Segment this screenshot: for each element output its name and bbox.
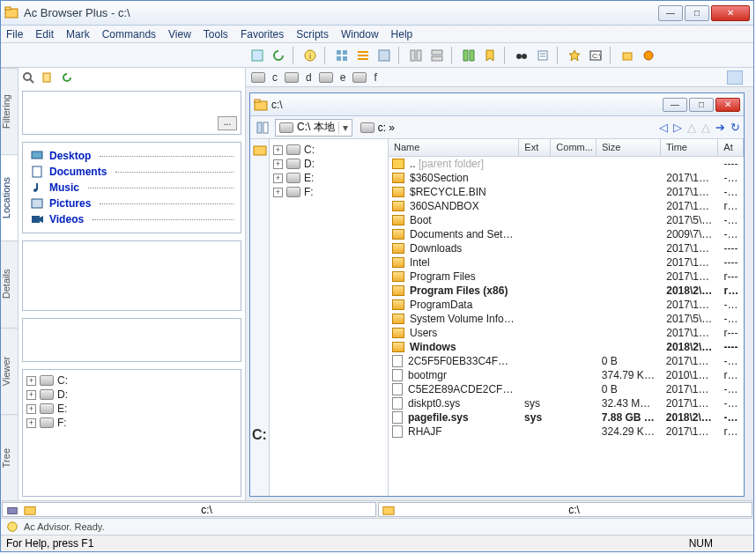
- menu-window[interactable]: Window: [341, 28, 379, 41]
- copy-icon[interactable]: [40, 70, 56, 85]
- drive-f[interactable]: f: [374, 71, 376, 84]
- column-header[interactable]: Size: [597, 139, 661, 156]
- tab-stub[interactable]: [727, 70, 743, 85]
- mdi-tree-e[interactable]: +E:: [273, 171, 384, 185]
- column-header[interactable]: Name: [389, 139, 519, 156]
- console-icon[interactable]: C:\: [587, 47, 604, 64]
- menu-scripts[interactable]: Scripts: [296, 28, 329, 41]
- view5-icon[interactable]: [428, 47, 446, 64]
- loc-pictures[interactable]: Pictures: [26, 196, 237, 211]
- menu-view[interactable]: View: [168, 28, 191, 41]
- drive-icon[interactable]: [251, 72, 265, 83]
- file-row[interactable]: pagefile.syssys7.88 GB (8 4...2018\2\25 …: [389, 410, 744, 425]
- drive-icon[interactable]: [352, 72, 367, 83]
- nav-refresh[interactable]: ↻: [730, 121, 740, 134]
- loc-documents[interactable]: Documents: [26, 164, 237, 180]
- path-combo[interactable]: C:\ 本地 ▾: [275, 119, 352, 137]
- mdi-close-button[interactable]: ✕: [715, 98, 740, 112]
- file-row[interactable]: Documents and Settings2009\7\14 ...--hs: [389, 227, 744, 241]
- nav-fwd[interactable]: ▷: [673, 121, 682, 134]
- maximize-button[interactable]: □: [685, 5, 709, 21]
- list-icon[interactable]: [534, 47, 552, 64]
- mdi-tree-f[interactable]: +F:: [273, 185, 384, 199]
- filter-more-button[interactable]: ...: [218, 116, 237, 130]
- menu-commands[interactable]: Commands: [102, 28, 156, 41]
- file-row[interactable]: Windows2018\2\25 ...----: [389, 340, 744, 354]
- nav-back[interactable]: ◁: [659, 121, 668, 134]
- tool1-icon[interactable]: [619, 47, 636, 64]
- file-row[interactable]: .. [parent folder]----: [389, 157, 744, 171]
- mdi-minimize-button[interactable]: —: [663, 98, 687, 112]
- side-tab-locations[interactable]: Locations: [1, 154, 18, 240]
- tool2-icon[interactable]: [640, 47, 657, 64]
- mdi-maximize-button[interactable]: □: [689, 98, 714, 112]
- file-row[interactable]: 360SANDBOX2017\12\15 ...r-hs: [389, 199, 744, 213]
- file-row[interactable]: Users2017\12\15 ...r---: [389, 326, 744, 340]
- column-header[interactable]: Time: [661, 139, 718, 156]
- menu-edit[interactable]: Edit: [35, 28, 54, 41]
- column-header[interactable]: Comm...: [551, 139, 597, 156]
- file-row[interactable]: Boot2017\5\19 ...--hs: [389, 213, 744, 227]
- tree-drive-d[interactable]: +D:: [26, 388, 237, 402]
- nav-top[interactable]: △: [701, 121, 710, 134]
- bookmark-icon[interactable]: [481, 47, 499, 64]
- info-icon[interactable]: i: [301, 47, 319, 64]
- menu-help[interactable]: Help: [391, 28, 413, 41]
- chevron-down-icon[interactable]: ▾: [338, 122, 348, 134]
- file-row[interactable]: bootmgr374.79 KB (...2010\11\21 ...rahs: [389, 368, 744, 382]
- file-row[interactable]: $RECYCLE.BIN2017\12\15 ...--hs: [389, 185, 744, 199]
- close-button[interactable]: ✕: [711, 5, 750, 21]
- file-row[interactable]: ProgramData2017\12\19 ...--h-: [389, 298, 744, 312]
- mdi-tree-d[interactable]: +D:: [273, 157, 384, 171]
- file-row[interactable]: Program Files (x86)2018\2\25 ...r---: [389, 284, 744, 298]
- toolbar-icon[interactable]: [248, 47, 266, 64]
- file-row[interactable]: System Volume Informa...2017\5\19 ...--h…: [389, 312, 744, 326]
- file-row[interactable]: diskpt0.syssys32.43 MB (3...2017\12\20 .…: [389, 396, 744, 410]
- mdi-tree-c[interactable]: +C:: [273, 143, 384, 157]
- drive-e[interactable]: e: [340, 71, 346, 84]
- file-row[interactable]: C5E2E89ACDE2CFBDC...0 B2017\12\15 ...-a-…: [389, 382, 744, 396]
- view4-icon[interactable]: [407, 47, 425, 64]
- path-right[interactable]: c:\: [378, 502, 752, 517]
- file-row[interactable]: $360Section2017\12\19 ...--hs: [389, 171, 744, 185]
- file-row[interactable]: Downloads2017\12\15 ...----: [389, 241, 744, 255]
- tree-drive-f[interactable]: +F:: [26, 416, 237, 430]
- breadcrumb[interactable]: c: »: [356, 119, 399, 137]
- column-header[interactable]: Ext: [519, 139, 551, 156]
- drive-icon[interactable]: [319, 72, 333, 83]
- side-tab-details[interactable]: Details: [1, 240, 18, 327]
- drive-icon[interactable]: [285, 72, 299, 83]
- menu-favorites[interactable]: Favorites: [241, 28, 284, 41]
- menu-mark[interactable]: Mark: [66, 28, 90, 41]
- reload-icon[interactable]: [59, 70, 75, 85]
- binoculars-icon[interactable]: [513, 47, 530, 64]
- nav-up[interactable]: △: [687, 121, 696, 134]
- view3-icon[interactable]: [375, 47, 393, 64]
- refresh-icon[interactable]: [270, 47, 287, 64]
- loc-desktop[interactable]: Desktop: [26, 148, 237, 164]
- tree-drive-e[interactable]: +E:: [26, 402, 237, 416]
- path-left[interactable]: c:\: [2, 502, 376, 517]
- side-tab-filtering[interactable]: Filtering: [1, 68, 18, 154]
- side-tab-tree[interactable]: Tree: [1, 414, 18, 500]
- file-row[interactable]: Intel2017\12\16 ...----: [389, 255, 744, 270]
- file-row[interactable]: 2C5F5F0EB33C4F75B4...0 B2017\12\15 ...-a…: [389, 354, 744, 368]
- view-icon[interactable]: [333, 47, 351, 64]
- menu-tools[interactable]: Tools: [204, 28, 228, 41]
- loc-videos[interactable]: Videos: [26, 211, 237, 227]
- column-header[interactable]: At: [718, 139, 744, 156]
- file-row[interactable]: Program Files2017\12\20 ...r---: [389, 270, 744, 284]
- view2-icon[interactable]: [354, 47, 372, 64]
- folder-icon[interactable]: [253, 143, 267, 157]
- fav-icon[interactable]: [566, 47, 583, 64]
- book-icon[interactable]: [460, 47, 478, 64]
- loc-music[interactable]: Music: [26, 180, 237, 196]
- minimize-button[interactable]: —: [658, 5, 683, 21]
- nav-go[interactable]: ➔: [715, 121, 725, 134]
- drive-d[interactable]: d: [306, 71, 312, 84]
- drive-c[interactable]: c: [272, 71, 278, 84]
- tree-toggle-icon[interactable]: [254, 119, 271, 137]
- tree-drive-c[interactable]: +C:: [26, 373, 237, 388]
- search-icon[interactable]: [20, 70, 36, 85]
- side-tab-viewer[interactable]: Viewer: [1, 328, 18, 414]
